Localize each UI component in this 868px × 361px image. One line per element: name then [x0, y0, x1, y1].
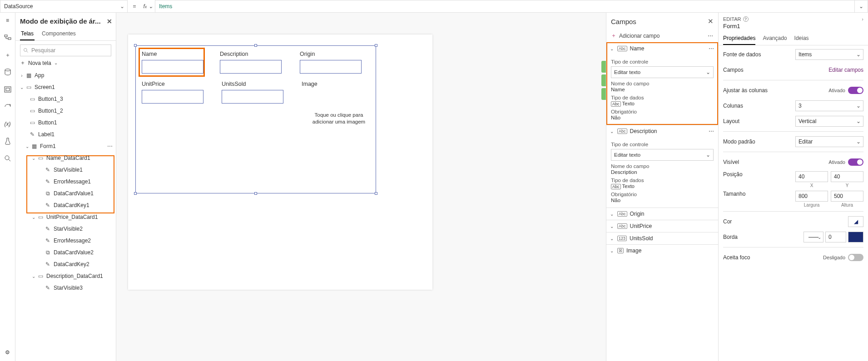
data-icon[interactable]: [4, 68, 12, 76]
settings-icon[interactable]: ⚙: [4, 348, 12, 356]
field-image-card[interactable]: Image: [302, 81, 363, 104]
prop-x-input[interactable]: 40: [795, 171, 828, 182]
border-style-select[interactable]: ⌄: [804, 232, 823, 242]
variable-icon[interactable]: (x): [4, 120, 12, 128]
border-width-input[interactable]: 0: [825, 232, 846, 242]
field-item-header[interactable]: ⌄AbcUnitPrice: [606, 220, 718, 232]
flow-icon[interactable]: [4, 103, 12, 111]
tree-node-name-datacard[interactable]: ⌄▭Name_DataCard1: [15, 152, 116, 164]
tab-properties[interactable]: Propriedades: [723, 32, 755, 45]
more-icon[interactable]: ⋯: [708, 33, 714, 39]
tree-panel: Modo de exibição de ár... ✕ Telas Compon…: [15, 13, 116, 361]
prop-defaultmode-select[interactable]: Editar⌄: [795, 136, 863, 147]
control-type-select[interactable]: Editar texto⌄: [611, 149, 714, 161]
tree-node[interactable]: ▭Button1: [15, 117, 116, 129]
insert-icon[interactable]: ＋: [4, 51, 12, 59]
prop-y-input[interactable]: 40: [831, 171, 863, 182]
close-icon[interactable]: ✕: [708, 17, 714, 25]
prop-width-input[interactable]: 800: [795, 191, 828, 202]
property-selector[interactable]: DataSource ⌄: [0, 0, 128, 13]
expand-formula-button[interactable]: ⌄: [854, 0, 868, 13]
field-name-card[interactable]: Name: [141, 50, 203, 74]
fx-icon: fx ⌄: [141, 3, 155, 10]
prop-datasource-select[interactable]: Items⌄: [795, 49, 863, 60]
tab-components[interactable]: Componentes: [41, 28, 77, 40]
tree-node[interactable]: ✎StarVisible1: [15, 164, 116, 176]
add-field-button[interactable]: ＋ Adicionar campo ⋯: [606, 29, 718, 42]
media-icon[interactable]: [4, 85, 12, 94]
tab-advanced[interactable]: Avançado: [763, 32, 787, 45]
field-input[interactable]: [220, 60, 282, 74]
data-type-value: Texto: [622, 101, 635, 106]
tree-node[interactable]: ✎StarVisible2: [15, 223, 116, 235]
field-input[interactable]: [142, 60, 203, 74]
tree-node-form1[interactable]: ⌄▦Form1⋯: [15, 140, 116, 152]
field-unitssold-card[interactable]: UnitsSold: [222, 81, 283, 104]
offscreen-button[interactable]: [601, 88, 606, 100]
prop-layout-select[interactable]: Vertical⌄: [795, 116, 863, 127]
info-icon[interactable]: ?: [743, 16, 749, 22]
test-icon[interactable]: [4, 137, 12, 145]
required-label: Obrigatório: [611, 192, 714, 197]
offscreen-button[interactable]: [601, 61, 606, 73]
tree-node[interactable]: ✎ErrorMessage1: [15, 176, 116, 188]
field-origin-card[interactable]: Origin: [300, 51, 362, 74]
formula-input[interactable]: Items: [155, 0, 854, 13]
field-label: Origin: [300, 51, 362, 57]
tree-node[interactable]: ✎ErrorMessage2: [15, 235, 116, 247]
field-description-card[interactable]: Description: [220, 51, 282, 74]
color-picker[interactable]: ◢: [848, 216, 863, 227]
tree-view-icon[interactable]: [4, 34, 12, 42]
tree-search[interactable]: Pesquisar: [20, 45, 111, 56]
tree-node[interactable]: ✎DataCardKey1: [15, 199, 116, 211]
required-value: Não: [611, 115, 714, 120]
edit-fields-link[interactable]: Editar campos: [828, 67, 863, 73]
more-icon[interactable]: ⋯: [107, 143, 113, 149]
chevron-right-icon[interactable]: ›: [862, 16, 863, 22]
tree-node-screen1[interactable]: ⌄▭Screen1: [15, 81, 116, 93]
tree-node[interactable]: ⧉DataCardValue2: [15, 247, 116, 258]
field-item-header[interactable]: ⌄AbcOrigin: [606, 208, 718, 220]
image-type-icon: ☒: [617, 248, 624, 253]
image-placeholder-hint[interactable]: Toque ou clique para adicionar uma image…: [307, 112, 371, 125]
field-item-header[interactable]: ⌄ Abc Name ⋯: [606, 43, 718, 54]
field-input[interactable]: [300, 60, 362, 74]
more-icon[interactable]: ⋯: [709, 128, 714, 134]
hamburger-icon[interactable]: ≡: [4, 16, 12, 25]
field-item-header[interactable]: ⌄☒Image: [606, 245, 718, 257]
field-item-name: ⌄ Abc Name ⋯ Tipo de controle Editar tex…: [606, 42, 718, 125]
prop-columns-select[interactable]: 3⌄: [795, 100, 863, 111]
tree-node-app[interactable]: ›▦App: [15, 69, 116, 81]
tree-node[interactable]: ▭Button1_2: [15, 105, 116, 117]
prop-height-input[interactable]: 500: [831, 191, 863, 202]
tree-node-desc-datacard[interactable]: ⌄▭Description_DataCard1: [15, 270, 116, 282]
snap-toggle[interactable]: [848, 87, 863, 94]
control-type-select[interactable]: Editar texto⌄: [611, 66, 714, 78]
visible-toggle[interactable]: [848, 158, 863, 166]
tree-node[interactable]: ✎DataCardKey2: [15, 258, 116, 270]
field-item-header[interactable]: ⌄123UnitsSold: [606, 232, 718, 244]
new-screen-button[interactable]: ＋ Nova tela ⌄: [20, 59, 111, 67]
field-input[interactable]: [222, 90, 283, 104]
field-item-header[interactable]: ⌄ Abc Description ⋯: [606, 125, 718, 137]
tab-screens[interactable]: Telas: [20, 28, 35, 40]
field-input[interactable]: [142, 90, 203, 104]
field-unitprice-card[interactable]: UnitPrice: [142, 81, 203, 104]
tree-node[interactable]: ✎StarVisible3: [15, 282, 116, 294]
offscreen-button[interactable]: [601, 74, 606, 86]
close-icon[interactable]: ✕: [107, 18, 112, 25]
search-tool-icon[interactable]: [4, 154, 12, 163]
focus-toggle[interactable]: [848, 254, 863, 261]
tab-ideas[interactable]: Ideias: [794, 32, 809, 45]
tree-node[interactable]: ✎Label1: [15, 129, 116, 140]
prop-size-label: Tamanho: [723, 191, 795, 197]
tree-node[interactable]: ▭Button1_3: [15, 93, 116, 105]
tree-panel-title: Modo de exibição de ár...: [20, 17, 101, 25]
tree-node-unitprice-datacard[interactable]: ⌄▭UnitPrice_DataCard1: [15, 211, 116, 223]
form-row: Name Description Origin: [142, 51, 362, 74]
property-name: DataSource: [4, 3, 33, 10]
more-icon[interactable]: ⋯: [709, 45, 714, 52]
border-color-picker[interactable]: [848, 232, 863, 242]
tree-node[interactable]: ⧉DataCardValue1: [15, 188, 116, 199]
canvas[interactable]: Name Description Origin UnitPrice UnitsS…: [116, 13, 606, 361]
